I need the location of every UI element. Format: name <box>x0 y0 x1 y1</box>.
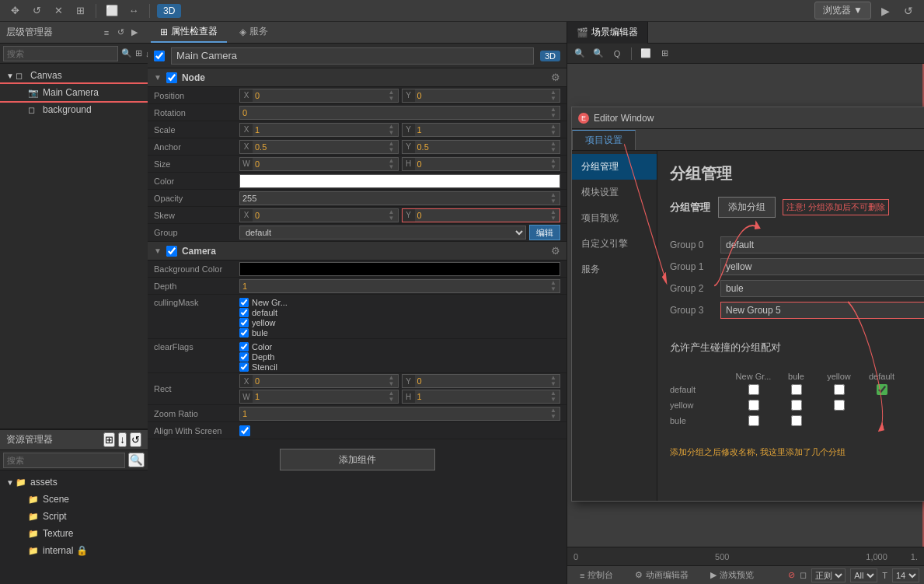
rect-tool-btn[interactable]: ⬜ <box>103 2 120 19</box>
rect-x-input[interactable] <box>253 375 389 387</box>
opacity-input[interactable] <box>240 194 550 203</box>
asset-item-scene[interactable]: 📁 Scene <box>0 491 148 508</box>
normal-select[interactable]: 正则 <box>811 568 846 582</box>
position-y-field[interactable]: Y ▲▼ <box>402 89 561 103</box>
anchor-x-field[interactable]: X ▲▼ <box>239 140 399 154</box>
camera-section-checkbox[interactable] <box>166 246 177 257</box>
color-picker[interactable] <box>239 174 560 188</box>
all-select[interactable]: All <box>850 568 877 582</box>
node-name-input[interactable] <box>171 47 534 65</box>
align-screen-checkbox[interactable] <box>239 425 250 436</box>
culling-everything-check[interactable] <box>239 298 249 307</box>
size-w-input[interactable] <box>253 158 389 170</box>
ew-group-1-input[interactable] <box>720 258 924 275</box>
asset-item-assets[interactable]: ▼ 📁 assets <box>0 474 148 491</box>
ew-check-y2[interactable] <box>834 400 845 411</box>
rw-down[interactable]: ▼ <box>389 397 398 403</box>
tab-inspector[interactable]: ⊞ 属性检查器 <box>151 23 227 43</box>
position-x-input[interactable] <box>253 89 389 102</box>
hierarchy-collapse-btn[interactable]: ▶ <box>127 26 141 40</box>
rect-w-field[interactable]: W ▲▼ <box>239 390 399 404</box>
rect-y-input[interactable] <box>415 375 551 387</box>
asset-sort-btn[interactable]: ↓ <box>118 432 127 447</box>
ew-check-d1[interactable] <box>791 384 802 395</box>
grid-tool-btn[interactable]: ⊞ <box>71 2 89 19</box>
asset-search-input[interactable] <box>3 453 125 468</box>
asset-refresh-btn[interactable]: ↺ <box>130 432 141 447</box>
node-enabled-checkbox[interactable] <box>154 51 165 61</box>
anchor-y-down[interactable]: ▼ <box>550 147 560 153</box>
ew-check-d0[interactable] <box>748 384 759 395</box>
ry-down[interactable]: ▼ <box>550 381 560 387</box>
ew-group-2-input[interactable] <box>720 280 924 297</box>
anchor-y-field[interactable]: Y ▲▼ <box>402 140 561 154</box>
scene-zoom-out-btn[interactable]: 🔍 <box>591 46 606 61</box>
asset-layout-btn[interactable]: ⊞ <box>103 432 115 447</box>
node-section-header[interactable]: ▼ Node ⚙ <box>148 68 567 87</box>
animation-editor-tab[interactable]: ⚙ 动画编辑器 <box>627 568 696 582</box>
scene-editor-tab[interactable]: 🎬 场景编辑器 <box>567 22 648 44</box>
rh-down[interactable]: ▼ <box>550 397 560 403</box>
scale-y-down[interactable]: ▼ <box>550 130 560 136</box>
add-component-button[interactable]: 添加组件 <box>280 449 435 470</box>
pos-y-down-icon[interactable]: ▼ <box>550 96 560 102</box>
move-tool-btn[interactable]: ✥ <box>6 2 23 19</box>
play-button[interactable]: ▶ <box>876 2 894 20</box>
refresh-top-btn[interactable]: ↺ <box>899 2 918 20</box>
opacity-down[interactable]: ▼ <box>550 198 560 205</box>
ew-group-3-input[interactable] <box>720 302 924 319</box>
rotation-input[interactable] <box>240 108 550 117</box>
scene-grid-btn[interactable]: ⊞ <box>657 46 672 61</box>
ew-sidebar-custom-ref[interactable]: 自定义引擎 <box>572 231 657 257</box>
anchor-y-input[interactable] <box>415 141 551 153</box>
depth-input[interactable] <box>240 282 550 291</box>
hierarchy-add-btn[interactable]: ≡ <box>99 26 113 40</box>
size-h-field[interactable]: H ▲▼ <box>402 157 561 171</box>
size-select[interactable]: 14 <box>892 568 919 582</box>
asset-item-texture[interactable]: 📁 Texture <box>0 525 148 542</box>
close-tool-btn[interactable]: ✕ <box>50 2 67 19</box>
clearflag-stencil-check[interactable] <box>239 362 249 372</box>
game-preview-tab[interactable]: ▶ 游戏预览 <box>703 568 762 582</box>
zoom-ratio-input[interactable] <box>240 409 550 418</box>
rect-x-field[interactable]: X ▲▼ <box>239 374 399 388</box>
hierarchy-refresh-btn[interactable]: ↺ <box>113 26 127 40</box>
ew-group-0-input[interactable] <box>720 236 924 254</box>
scale-x-input[interactable] <box>253 124 389 136</box>
tree-item-main-camera[interactable]: 📷 Main Camera <box>0 84 148 101</box>
clearflag-color-check[interactable] <box>239 342 249 351</box>
ew-sidebar-services[interactable]: 服务 <box>572 257 657 282</box>
ew-add-group-button[interactable]: 添加分组 <box>718 197 776 218</box>
console-tab[interactable]: ≡ 控制台 <box>572 568 621 582</box>
asset-search-btn[interactable]: 🔍 <box>128 453 145 467</box>
camera-section-gear-icon[interactable]: ⚙ <box>551 245 560 257</box>
node-section-checkbox[interactable] <box>166 72 177 83</box>
zoom-down[interactable]: ▼ <box>550 414 560 420</box>
size-h-down[interactable]: ▼ <box>550 164 560 170</box>
node-section-gear-icon[interactable]: ⚙ <box>551 72 560 83</box>
tree-item-canvas[interactable]: ▼ ◻ Canvas <box>0 67 148 84</box>
ew-check-b1[interactable] <box>791 415 802 426</box>
culling-default-check[interactable] <box>239 308 249 317</box>
scene-tool3[interactable]: Q <box>609 46 625 61</box>
tree-item-background[interactable]: ◻ background <box>0 101 148 118</box>
browser-button[interactable]: 浏览器 ▼ <box>814 2 871 19</box>
scene-zoom-in-btn[interactable]: 🔍 <box>572 46 588 61</box>
ew-check-y1[interactable] <box>791 400 802 411</box>
group-edit-button[interactable]: 编辑 <box>529 225 560 240</box>
scale-x-field[interactable]: X ▲▼ <box>239 123 399 137</box>
anchor-x-down[interactable]: ▼ <box>389 147 398 153</box>
asset-item-internal[interactable]: 📁 internal 🔒 <box>0 542 148 559</box>
ew-check-d2[interactable] <box>834 384 845 395</box>
skew-x-input[interactable] <box>253 209 389 222</box>
opacity-field[interactable]: ▲▼ <box>239 191 560 205</box>
position-y-input[interactable] <box>415 89 551 102</box>
rect-h-input[interactable] <box>415 390 551 403</box>
rotation-field[interactable]: ▲▼ <box>239 106 560 120</box>
asset-item-script[interactable]: 📁 Script <box>0 508 148 525</box>
ew-sidebar-group-mgmt[interactable]: 分组管理 <box>572 154 657 180</box>
skew-x-down[interactable]: ▼ <box>389 215 398 222</box>
ew-tab-project-settings[interactable]: 项目设置 <box>572 130 636 150</box>
zoom-ratio-field[interactable]: ▲▼ <box>239 407 560 421</box>
size-w-down[interactable]: ▼ <box>389 164 398 170</box>
